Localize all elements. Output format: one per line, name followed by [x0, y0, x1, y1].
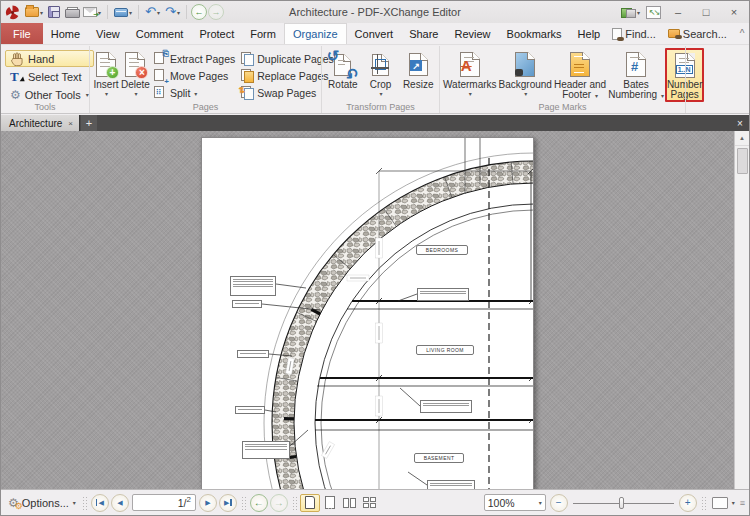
split-icon: ⁝⁝ [154, 86, 167, 100]
group-label-page-marks: Page Marks [440, 102, 685, 113]
annotation-callout [230, 276, 276, 296]
resize-button[interactable]: ↗ Resize [399, 48, 437, 102]
watermarks-button[interactable]: A Watermarks ▾ [442, 48, 498, 102]
panel-handle-icon[interactable]: ≡ [740, 498, 745, 508]
document-view-area[interactable]: BEDROOMS LIVING ROOM BASEMENT ▲ [1, 131, 749, 489]
find-icon [612, 28, 622, 40]
split-button[interactable]: ⁝⁝Split▾ [151, 85, 238, 101]
two-pages-layout-button[interactable] [340, 494, 360, 512]
navigate-forward-button[interactable]: → [208, 4, 224, 20]
quick-access-toolbar: ▾ ▾ ▾ ↶▾ ↷▾ ← → [3, 1, 224, 23]
undo-button[interactable]: ↶▾ [143, 3, 162, 21]
scroll-up-button[interactable]: ▲ [735, 131, 749, 146]
single-page-layout-button[interactable] [300, 494, 320, 512]
bates-numbering-button[interactable]: # Bates Numbering ▾ [607, 48, 665, 102]
minimize-button[interactable]: – [665, 3, 691, 21]
close-button[interactable]: × [721, 3, 747, 21]
title-bar: ▾ ▾ ▾ ↶▾ ↷▾ ← → Architecture - PDF-XChan… [1, 1, 749, 23]
tab-bookmarks[interactable]: Bookmarks [499, 23, 570, 44]
plus-icon: + [685, 497, 691, 508]
tab-help[interactable]: Help [570, 23, 609, 44]
hand-tool-button[interactable]: Hand [5, 50, 94, 67]
maximize-button[interactable]: □ [693, 3, 719, 21]
search-button[interactable]: Search... [664, 27, 731, 41]
options-button[interactable]: ⚙ Options... ▾ [5, 496, 79, 510]
tab-organize[interactable]: Organize [284, 23, 347, 44]
delete-pages-button[interactable]: × Delete ▾ [120, 48, 151, 102]
fullscreen-button[interactable]: ↖↘ [644, 3, 663, 21]
find-button[interactable]: Find... [608, 27, 660, 41]
redo-button[interactable]: ↷▾ [163, 3, 182, 21]
first-page-button[interactable]: ◀ [91, 494, 109, 512]
save-button[interactable] [46, 3, 62, 21]
history-forward-button[interactable]: → [270, 494, 288, 512]
move-pages-icon: + [154, 69, 167, 83]
scrollbar-thumb[interactable] [737, 148, 748, 174]
chevron-down-icon: ▾ [73, 499, 76, 506]
pdf-page[interactable]: BEDROOMS LIVING ROOM BASEMENT [201, 137, 534, 489]
tab-comment[interactable]: Comment [128, 23, 192, 44]
open-file-button[interactable]: ▾ [23, 3, 45, 21]
chevron-down-icon: ▾ [380, 90, 383, 97]
document-tab-architecture[interactable]: Architecture × [1, 115, 80, 131]
header-and-footer-button[interactable]: Header and Footer ▾ [553, 48, 607, 102]
history-back-button[interactable]: ← [250, 494, 268, 512]
chevron-down-icon[interactable]: ▾ [40, 9, 43, 16]
extract-pages-button[interactable]: ⎘Extract Pages [151, 51, 238, 67]
rotate-button[interactable]: ↺↺ Rotate [324, 48, 362, 102]
session-manager-button[interactable]: ▾ [619, 3, 642, 21]
tab-review[interactable]: Review [446, 23, 498, 44]
print-button[interactable] [63, 3, 80, 21]
tab-form[interactable]: Form [242, 23, 284, 44]
other-tools-button[interactable]: ⚙ Other Tools ▾ [5, 86, 94, 103]
search-icon [668, 29, 680, 38]
document-tab-bar: Architecture × + × [1, 115, 749, 131]
next-page-button[interactable]: ▶ [199, 494, 217, 512]
zoom-in-button[interactable]: + [679, 494, 697, 512]
scanner-icon [114, 8, 128, 17]
page-number-field[interactable]: 1/2 [132, 494, 196, 511]
chevron-down-icon[interactable]: ▾ [129, 9, 132, 16]
zoom-level-select[interactable]: 100% ▾ [484, 494, 546, 511]
tab-share[interactable]: Share [401, 23, 446, 44]
insert-pages-button[interactable]: + Insert ▾ [92, 48, 120, 102]
minus-icon: − [556, 497, 562, 508]
zoom-value: 100% [488, 497, 515, 509]
navigate-back-button[interactable]: ← [191, 4, 207, 20]
tab-protect[interactable]: Protect [191, 23, 242, 44]
zoom-out-button[interactable]: − [550, 494, 568, 512]
move-pages-button[interactable]: +Move Pages [151, 68, 238, 84]
last-page-icon: ▶ [224, 499, 229, 507]
previous-page-button[interactable]: ◀ [111, 494, 129, 512]
printer-icon [65, 7, 78, 18]
select-text-button[interactable]: T Select Text [5, 68, 94, 85]
two-pages-continuous-layout-button[interactable] [360, 494, 380, 512]
fit-page-button[interactable]: ▾ [709, 496, 738, 510]
tab-file[interactable]: File [1, 23, 43, 44]
app-logo-icon[interactable] [3, 3, 22, 21]
email-button[interactable]: ▾ [81, 3, 103, 21]
continuous-layout-button[interactable] [320, 494, 340, 512]
tab-home[interactable]: Home [43, 23, 88, 44]
close-documents-button[interactable]: × [731, 115, 749, 131]
tab-convert[interactable]: Convert [347, 23, 402, 44]
scan-button[interactable]: ▾ [112, 3, 134, 21]
tab-view[interactable]: View [88, 23, 128, 44]
background-button[interactable]: Background ▾ [498, 48, 553, 102]
crop-button[interactable]: Crop ▾ [362, 48, 400, 102]
chevron-down-icon[interactable]: ▾ [157, 9, 160, 16]
email-icon [83, 7, 97, 17]
chevron-down-icon: ▾ [524, 90, 527, 97]
last-page-button[interactable]: ▶ [219, 494, 237, 512]
open-folder-icon [25, 7, 39, 17]
chevron-down-icon[interactable]: ▾ [637, 9, 640, 16]
chevron-down-icon[interactable]: ▾ [177, 9, 180, 16]
vertical-scrollbar[interactable]: ▲ [734, 131, 749, 489]
ribbon-tab-bar: File Home View Comment Protect Form Orga… [1, 23, 749, 45]
new-tab-button[interactable]: + [81, 115, 97, 131]
tab-close-icon[interactable]: × [68, 119, 73, 128]
zoom-slider-handle[interactable] [619, 497, 624, 509]
zoom-slider[interactable] [571, 494, 676, 512]
group-label-tools: Tools [1, 102, 89, 113]
collapse-ribbon-button[interactable]: ^ [735, 28, 750, 39]
